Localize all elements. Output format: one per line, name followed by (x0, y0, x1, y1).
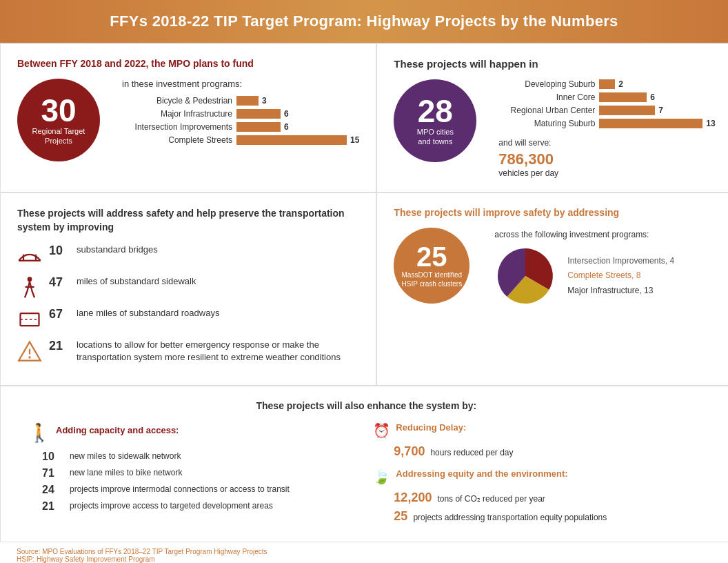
capacity-items: 10 new miles to sidewalk network 71 new … (28, 451, 359, 513)
bar-container: 6 (599, 92, 655, 102)
section-fund: Between FFY 2018 and 2022, the MPO plans… (0, 43, 376, 192)
footer-line1: Source: MPO Evaluations of FFYs 2018–22 … (17, 548, 711, 555)
reduce-number: 9,700 (394, 444, 425, 459)
investment-programs: in these investment programs: Bicycle & … (122, 79, 359, 148)
serves-section: and will serve: 786,300 vehicles per day (498, 138, 715, 178)
invest-item-1: Intersection Improvements, 4 (567, 254, 674, 269)
bottom-grid: 🚶 Adding capacity and access: 10 new mil… (28, 422, 705, 528)
icon-row: 10 substandard bridges (17, 244, 359, 268)
section-safety-preserve: These projects will address safety and h… (0, 192, 376, 386)
bar-fill (599, 106, 655, 115)
pie-chart (494, 245, 556, 307)
bar-label: Major Infrastructure (122, 109, 232, 119)
bar-label-right: Regional Urban Center (498, 106, 595, 115)
item-number: 21 (49, 339, 70, 353)
walk-icon (17, 275, 42, 300)
equity-row: 12,200 tons of CO₂ reduced per year (394, 491, 704, 505)
bridge-icon (17, 244, 42, 268)
serves-unit: vehicles per day (498, 168, 715, 178)
capacity-row: 71 new lane miles to bike network (42, 467, 359, 480)
serves-label: and will serve: (498, 138, 715, 148)
walking-person-icon: 🚶 (28, 422, 50, 444)
bar-container: 15 (236, 135, 359, 145)
icon-row: 21 locations to allow for better emergen… (17, 339, 359, 364)
section-cities: These projects will happen in 28 MPO cit… (376, 43, 728, 192)
capacity-col: 🚶 Adding capacity and access: 10 new mil… (28, 422, 359, 528)
section3-items: 10 substandard bridges 47 miles of subst… (17, 244, 359, 364)
bar-row: Complete Streets 15 (122, 135, 359, 145)
section2-right: Developing Suburb 2 Inner Core 6 Regiona… (498, 79, 715, 178)
item-number: 67 (49, 307, 70, 322)
page-title: FFYs 2018-22 TIP Target Program: Highway… (14, 12, 714, 30)
bar-value: 6 (650, 92, 655, 102)
invest-item-3: Major Infrastructure, 13 (567, 284, 674, 299)
bar-label: Intersection Improvements (122, 122, 232, 132)
bar-row: Bicycle & Pedestrian 3 (122, 96, 359, 106)
footer: Source: MPO Evaluations of FFYs 2018–22 … (0, 542, 728, 563)
leaf-icon: 🍃 (373, 468, 390, 485)
section-safety-improve: These projects will improve safety by ad… (376, 192, 728, 386)
equity-number: 12,200 (394, 491, 432, 505)
circle-28-label: MPO citiesand towns (413, 127, 458, 147)
section5-title: These projects will also enhance the sys… (28, 400, 705, 411)
bar-value: 3 (262, 96, 267, 106)
equity-number: 25 (394, 509, 407, 524)
section1-title: Between FFY 2018 and 2022, the MPO plans… (17, 58, 359, 69)
svg-point-8 (28, 357, 30, 359)
item-text: substandard bridges (77, 244, 158, 256)
main-grid: Between FFY 2018 and 2022, the MPO plans… (0, 43, 728, 542)
bar-container: 2 (599, 79, 623, 89)
road-icon (17, 307, 42, 332)
bar-value: 7 (658, 106, 663, 115)
capacity-number: 71 (42, 467, 64, 480)
equity-text: projects addressing transportation equit… (413, 513, 607, 522)
item-number: 47 (49, 275, 70, 290)
capacity-text: new lane miles to bike network (70, 467, 182, 479)
footer-line2: HSIP: Highway Safety Improvement Program (17, 555, 711, 563)
circle-25-label: MassDOT identifiedHSIP crash clusters (398, 270, 467, 288)
equity-row: 25 projects addressing transportation eq… (394, 509, 704, 524)
bar-value: 13 (706, 119, 715, 128)
section4-title: These projects will improve safety by ad… (394, 207, 715, 218)
page-wrapper: FFYs 2018-22 TIP Target Program: Highway… (0, 0, 728, 563)
bar-label-right: Developing Suburb (498, 79, 595, 89)
reduce-row: 9,700 hours reduced per day (394, 444, 704, 459)
equity-subtitle: Addressing equity and the environment: (396, 468, 567, 479)
reduce-col: ⏰ Reducing Delay: 9,700 hours reduced pe… (373, 422, 704, 528)
bar-label-right: Inner Core (498, 92, 595, 102)
bar-row: Major Infrastructure 6 (122, 109, 359, 119)
safety-inner: 25 MassDOT identifiedHSIP crash clusters… (394, 228, 715, 309)
bar-fill (599, 119, 702, 128)
reduce-subtitle: Reducing Delay: (396, 422, 466, 433)
bar-label: Bicycle & Pedestrian (122, 96, 232, 106)
header: FFYs 2018-22 TIP Target Program: Highway… (0, 0, 728, 43)
circle-30-label: Regional TargetProjects (28, 126, 90, 146)
bar-fill (236, 122, 281, 132)
section4-right: across the following investment programs… (494, 230, 674, 307)
bar-row: Inner Core 6 (498, 92, 715, 102)
bar-container: 7 (599, 106, 663, 115)
section3-title: These projects will address safety and h… (17, 207, 359, 234)
investment-intro: in these investment programs: (122, 79, 359, 89)
circle-30-number: 30 (41, 95, 76, 126)
item-number: 10 (49, 244, 70, 258)
bar-fill (599, 92, 647, 102)
capacity-row: 10 new miles to sidewalk network (42, 451, 359, 463)
equity-text: tons of CO₂ reduced per year (437, 494, 545, 504)
bar-row: Intersection Improvements 6 (122, 122, 359, 132)
icon-row: 47 miles of substandard sidewalk (17, 275, 359, 300)
bars-section1: Bicycle & Pedestrian 3 Major Infrastruct… (122, 96, 359, 145)
icon-row: 67 lane miles of substandard roadways (17, 307, 359, 332)
capacity-subtitle: Adding capacity and access: (56, 425, 179, 435)
item-text: miles of substandard sidewalk (77, 275, 196, 288)
capacity-text: new miles to sidewalk network (70, 451, 181, 462)
capacity-number: 10 (42, 451, 64, 463)
invest-item-2: Complete Streets, 8 (567, 268, 674, 284)
bar-value: 6 (284, 109, 289, 119)
bar-container: 3 (236, 96, 267, 106)
bar-fill (236, 135, 347, 145)
capacity-row: 21 projects improve access to targeted d… (42, 500, 359, 513)
circle-25: 25 MassDOT identifiedHSIP crash clusters (394, 228, 469, 304)
capacity-text: projects improve intermodal connections … (70, 484, 290, 495)
bar-fill (236, 96, 259, 106)
